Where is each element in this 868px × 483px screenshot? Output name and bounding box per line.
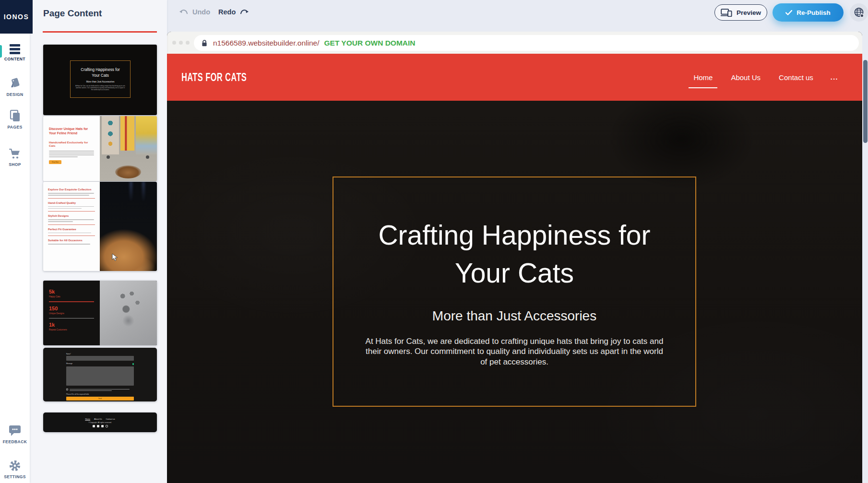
browser-dot <box>186 41 190 45</box>
cart-wheel-shape <box>146 155 149 159</box>
hero-title-line2: Your Cats <box>455 258 574 288</box>
linkedin-icon <box>101 425 104 427</box>
sidebar-item-content[interactable]: CONTENT <box>0 44 30 61</box>
site-preview: n1566589.websitebuilder.online/ GET YOUR… <box>167 32 862 483</box>
form-name-label: Name* <box>66 353 134 355</box>
section-thumb-intro[interactable]: Discover Unique Hats for Your Feline Fri… <box>43 116 157 181</box>
thumb-hero-title-line1: Crafting Happiness for <box>81 68 119 72</box>
form-required-note: Please fill in all the required fields <box>66 393 134 395</box>
redo-icon <box>239 9 249 15</box>
site-header: HATS FOR CATS Home About Us Contact us .… <box>167 54 862 101</box>
hero-body-text[interactable]: At Hats for Cats, we are dedicated to cr… <box>361 336 667 367</box>
page-content-panel: Page Content Crafting Happiness forYour … <box>30 0 167 483</box>
hero-title[interactable]: Crafting Happiness forYour Cats <box>378 216 650 292</box>
thumb-street-cat-photo <box>100 116 157 181</box>
thumb-intro-heading: Discover Unique Hats for Your Feline Fri… <box>49 127 94 135</box>
sidebar-item-feedback[interactable]: FEEDBACK <box>0 424 30 444</box>
text-placeholder-line <box>48 193 94 194</box>
hero-subtitle[interactable]: More than Just Accessories <box>432 308 596 324</box>
form-message-label: Message <box>66 363 72 365</box>
footer-link: Contact us <box>106 418 115 420</box>
stat-value: 5k <box>49 289 94 295</box>
language-globe-button[interactable] <box>850 3 868 22</box>
sidebar-item-label: FEEDBACK <box>3 439 27 444</box>
redo-button[interactable]: Redo <box>218 8 249 16</box>
poster-shape <box>102 116 119 154</box>
text-placeholder-line <box>48 219 94 220</box>
nav-item-about[interactable]: About Us <box>730 71 761 84</box>
nav-item-contact[interactable]: Contact us <box>778 71 814 84</box>
republish-button[interactable]: Re-Publish <box>773 3 844 22</box>
sidebar-item-shop[interactable]: SHOP <box>0 148 30 167</box>
sidebar-item-label: CONTENT <box>4 57 25 61</box>
section-thumb-stats[interactable]: 5k Happy Cats 150 Unique Designs 1k Repe… <box>43 281 157 345</box>
shop-cart-icon <box>9 148 21 160</box>
footer-link: About Us <box>94 418 102 420</box>
thumb-footer-links: Home About Us Contact us <box>85 418 115 420</box>
thumb-features-text-column: Explore Our Exquisite Collection Hand-Cr… <box>43 182 100 271</box>
devices-icon <box>721 9 732 17</box>
design-icon <box>9 77 21 90</box>
poster-shape <box>136 116 157 154</box>
app-sidebar: IONOS CONTENT DESIGN PAGES SHOP FEEDBACK <box>0 0 30 483</box>
sidebar-item-pages[interactable]: PAGES <box>0 109 30 130</box>
poster-shape <box>120 116 134 151</box>
section-thumb-footer[interactable]: Home About Us Contact us ©Copyright. All… <box>43 412 157 432</box>
thumb-hero-box: Crafting Happiness forYour Cats More tha… <box>70 60 131 98</box>
preview-button[interactable]: Preview <box>714 4 767 21</box>
sidebar-item-settings[interactable]: SETTINGS <box>0 459 30 479</box>
section-thumb-contact-form[interactable]: Name* Message Please fill in all the req… <box>43 348 157 401</box>
light-streak-shape <box>130 182 132 202</box>
undo-label: Undo <box>192 8 210 16</box>
thumb-hero-title-line2: Your Cats <box>92 73 109 78</box>
section-thumb-hero[interactable]: Crafting Happiness forYour Cats More tha… <box>43 45 157 115</box>
consent-checkbox <box>66 389 68 390</box>
thumb-feature-heading: Perfect Fit Guarantee <box>48 228 95 231</box>
text-placeholder-line <box>48 208 82 209</box>
cart-wheel-shape <box>107 155 110 159</box>
form-message-textarea <box>66 366 134 386</box>
text-placeholder-line <box>70 389 130 389</box>
panel-tab-indicator <box>43 31 157 33</box>
form-name-input <box>66 356 134 361</box>
footer-social-icons <box>93 425 108 427</box>
preview-scrollbar-thumb[interactable] <box>863 60 868 143</box>
thumb-hero-body: At Hats for Cats, we are dedicated to cr… <box>75 85 126 91</box>
stat-value: 150 <box>49 306 94 311</box>
thumb-stats-column: 5k Happy Cats 150 Unique Designs 1k Repe… <box>43 281 100 345</box>
active-section-indicator <box>0 45 2 58</box>
hero-content-box[interactable]: Crafting Happiness forYour Cats More tha… <box>333 177 696 407</box>
lock-icon <box>201 39 208 47</box>
check-icon <box>785 10 792 15</box>
divider <box>49 318 94 318</box>
divider <box>48 198 95 199</box>
redo-label: Redo <box>218 8 236 16</box>
hero-title-line1: Crafting Happiness for <box>378 220 650 250</box>
get-domain-link[interactable]: GET YOUR OWN DOMAIN <box>324 39 415 47</box>
divider <box>48 224 95 225</box>
undo-button[interactable]: Undo <box>179 8 210 16</box>
instagram-icon <box>106 425 108 427</box>
form-send-button: Send <box>66 397 134 401</box>
thumb-hero-subtitle: More than Just Accessories <box>86 81 115 83</box>
panel-title: Page Content <box>43 8 102 19</box>
address-bar[interactable]: n1566589.websitebuilder.online/ GET YOUR… <box>194 35 859 51</box>
republish-label: Re-Publish <box>797 9 831 16</box>
sidebar-item-label: SETTINGS <box>4 474 26 479</box>
text-placeholder-line <box>48 206 94 207</box>
nav-item-home[interactable]: Home <box>692 71 713 84</box>
thumb-feature-heading: Suitable for All Occasions <box>48 239 95 242</box>
ionos-logo[interactable]: IONOS <box>0 0 33 34</box>
sidebar-item-design[interactable]: DESIGN <box>0 77 30 97</box>
hero-section[interactable]: Crafting Happiness forYour Cats More tha… <box>167 101 862 483</box>
sidebar-item-label: DESIGN <box>7 92 24 97</box>
site-logo[interactable]: HATS FOR CATS <box>181 71 247 84</box>
sidebar-item-label: SHOP <box>9 162 21 167</box>
form-edit-icon <box>132 363 134 365</box>
site-url[interactable]: n1566589.websitebuilder.online/ <box>213 39 319 47</box>
consent-text-placeholder <box>70 389 134 392</box>
divider <box>49 301 94 302</box>
section-thumb-features[interactable]: Explore Our Exquisite Collection Hand-Cr… <box>43 182 157 271</box>
nav-more-ellipsis[interactable]: ... <box>831 73 838 81</box>
divider <box>48 211 95 212</box>
